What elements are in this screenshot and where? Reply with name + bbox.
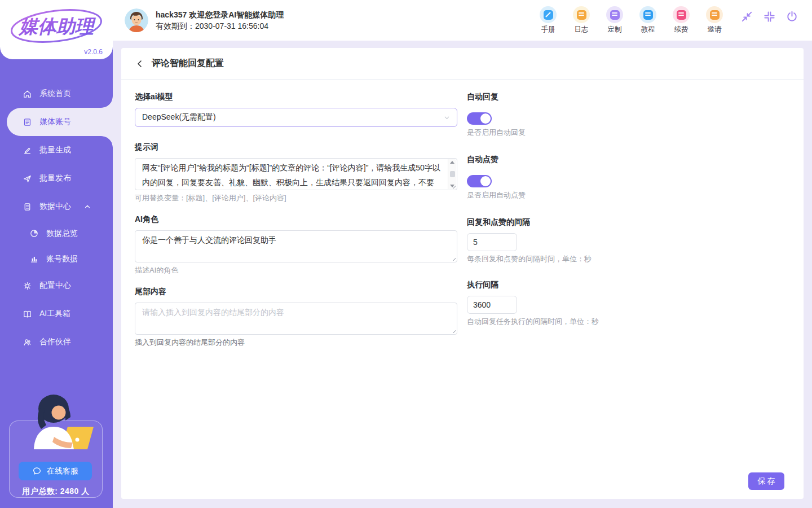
form-left-column: 选择ai模型 DeepSeek(无需配置) 提示词 网友“[评论用户]”给我的标…	[135, 92, 457, 348]
welcome-text: hack357 欢迎您登录AI智能媒体助理	[156, 10, 284, 20]
chevron-up-icon	[84, 203, 91, 210]
sidebar-item-batch-publish[interactable]: 批量发布	[0, 164, 113, 192]
auto-like-label: 自动点赞	[467, 155, 783, 166]
expiry-text: 有效期到：2030-07-31 16:56:04	[156, 20, 284, 32]
save-button[interactable]: 保存	[748, 472, 784, 490]
sidebar-item-label: 数据中心	[39, 202, 71, 212]
power-icon[interactable]	[785, 10, 798, 23]
ai-model-value: DeepSeek(无需配置)	[142, 112, 216, 122]
reply-interval-input[interactable]	[467, 233, 517, 251]
exec-interval-input[interactable]	[467, 296, 517, 314]
prompt-label: 提示词	[135, 142, 457, 154]
scroll-up-icon[interactable]	[450, 161, 454, 164]
quick-link-label: 定制	[608, 25, 622, 34]
data-center-icon	[23, 202, 32, 212]
sidebar-item-ai-toolbox[interactable]: AI工具箱	[0, 300, 113, 328]
auto-like-toggle[interactable]	[467, 175, 492, 187]
sidebar-item-media-account[interactable]: 媒体账号	[7, 108, 113, 136]
toolbox-icon	[23, 309, 32, 319]
prompt-helper: 可用替换变量：[标题]、[评论用户]、[评论内容]	[135, 193, 457, 203]
invite-icon	[706, 6, 723, 23]
compress-icon[interactable]	[763, 10, 776, 23]
total-users-text: 用户总数: 2480 人	[0, 487, 112, 497]
user-avatar[interactable]	[125, 8, 148, 32]
online-support-button[interactable]: 在线客服	[19, 462, 92, 480]
renew-icon	[673, 6, 690, 23]
sidebar-item-label: 媒体账号	[39, 117, 71, 127]
top-bar: hack357 欢迎您登录AI智能媒体助理 有效期到：2030-07-31 16…	[113, 0, 812, 41]
tail-textarea[interactable]: 请输入插入到回复内容的结尾部分的内容	[135, 303, 457, 335]
quick-link-label: 邀请	[708, 25, 722, 34]
sidebar-item-data-center[interactable]: 数据中心	[0, 192, 113, 221]
ai-model-select[interactable]: DeepSeek(无需配置)	[135, 108, 457, 127]
quick-link-log[interactable]: 日志	[571, 6, 592, 34]
quick-link-manual[interactable]: 手册	[538, 6, 558, 34]
sidebar-item-batch-generate[interactable]: 批量生成	[0, 136, 113, 164]
sidebar-item-label: 合作伙伴	[39, 337, 71, 347]
role-label: AI角色	[135, 214, 457, 226]
tail-label: 尾部内容	[135, 287, 457, 298]
quick-link-label: 续费	[674, 25, 689, 34]
support-illustration	[14, 392, 98, 452]
custom-icon	[606, 6, 623, 23]
reply-interval-helper: 每条回复和点赞的间隔时间，单位：秒	[467, 254, 783, 264]
gear-icon	[23, 281, 32, 291]
quick-link-custom[interactable]: 定制	[604, 6, 625, 34]
batch-publish-icon	[23, 174, 32, 183]
sidebar-item-label: 账号数据	[46, 254, 78, 264]
svg-text:媒体助理: 媒体助理	[18, 16, 96, 37]
back-icon[interactable]	[135, 59, 144, 68]
sidebar-item-data-overview[interactable]: 数据总览	[0, 221, 113, 246]
sidebar-item-label: 配置中心	[39, 281, 71, 291]
sidebar-item-label: 数据总览	[46, 229, 78, 239]
chevron-down-icon	[444, 115, 450, 121]
quick-link-label: 日志	[575, 25, 589, 34]
app-version: v2.0.6	[84, 48, 103, 56]
sidebar-item-label: AI工具箱	[39, 309, 70, 319]
log-icon	[573, 6, 590, 23]
quick-link-tutorial[interactable]: 教程	[638, 6, 658, 34]
quick-links: 手册 日志 定制 教程 续费 邀请	[538, 6, 725, 34]
chat-bubble-icon	[32, 466, 42, 476]
media-account-icon	[23, 117, 32, 127]
home-icon	[23, 89, 32, 99]
partner-icon	[23, 338, 32, 347]
sidebar-item-label: 批量生成	[39, 145, 71, 155]
role-helper: 描述AI的角色	[135, 265, 457, 275]
bar-chart-icon	[29, 254, 39, 264]
quick-link-invite[interactable]: 邀请	[704, 6, 725, 34]
batch-generate-icon	[23, 146, 32, 155]
role-text: 你是一个善于与人交流的评论回复助手	[135, 231, 457, 262]
online-support-label: 在线客服	[47, 466, 78, 476]
form-right-column: 自动回复 是否启用自动回复 自动点赞 是否启用自动点赞 回复和点赞的间隔 每条回…	[467, 92, 783, 327]
exec-interval-helper: 自动回复任务执行的间隔时间，单位：秒	[467, 317, 783, 327]
sidebar-item-config-center[interactable]: 配置中心	[0, 271, 113, 300]
tail-helper: 插入到回复内容的结尾部分的内容	[135, 338, 457, 348]
pie-chart-icon	[29, 229, 39, 238]
model-label: 选择ai模型	[135, 92, 457, 103]
quick-link-renew[interactable]: 续费	[671, 6, 691, 34]
card-header: 评论智能回复配置	[121, 48, 804, 80]
quick-link-label: 教程	[641, 25, 655, 34]
auto-reply-toggle[interactable]	[467, 112, 492, 125]
sidebar-item-label: 批量发布	[39, 173, 71, 183]
tail-placeholder: 请输入插入到回复内容的结尾部分的内容	[135, 303, 457, 334]
exec-interval-label: 执行间隔	[467, 280, 783, 291]
auto-reply-helper: 是否启用自动回复	[467, 128, 783, 138]
sidebar-item-account-data[interactable]: 账号数据	[0, 246, 113, 271]
sidebar-menu: 系统首页 媒体账号 批量生成 批量发布 数据中心 数据总览 账号数据	[0, 80, 113, 356]
manual-icon	[540, 6, 557, 23]
collapse-arrows-icon[interactable]	[740, 10, 753, 23]
sidebar-item-label: 系统首页	[39, 89, 71, 99]
page-title: 评论智能回复配置	[152, 58, 224, 69]
role-textarea[interactable]: 你是一个善于与人交流的评论回复助手	[135, 230, 457, 262]
sidebar-item-partners[interactable]: 合作伙伴	[0, 328, 113, 356]
scroll-thumb[interactable]	[450, 171, 455, 177]
tutorial-icon	[639, 6, 656, 23]
main-card: 评论智能回复配置 选择ai模型 DeepSeek(无需配置) 提示词 网友“[评…	[121, 48, 804, 499]
auto-like-helper: 是否启用自动点赞	[467, 190, 783, 200]
auto-reply-label: 自动回复	[467, 92, 783, 103]
sidebar-item-home[interactable]: 系统首页	[0, 80, 113, 108]
prompt-textarea[interactable]: 网友“[评论用户]”给我的标题为“[标题]”的文章的评论：“[评论内容]”，请给…	[135, 158, 457, 190]
window-controls	[740, 10, 798, 23]
